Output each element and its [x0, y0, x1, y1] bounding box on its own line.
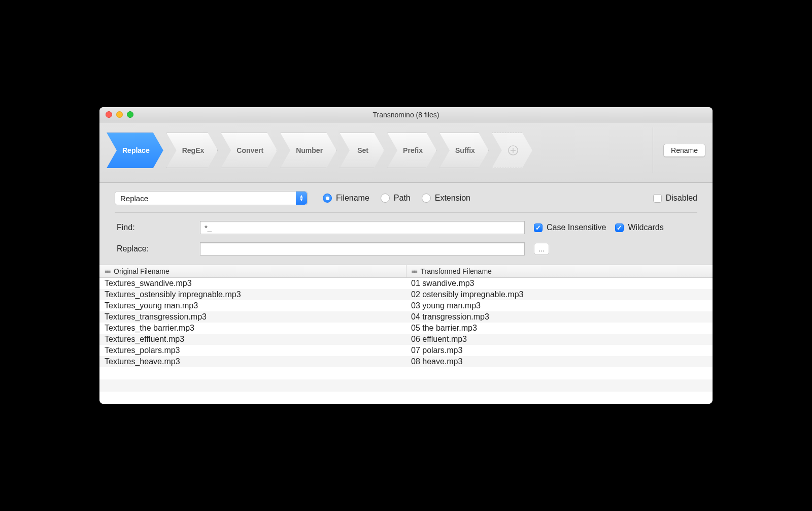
- table-row[interactable]: Textures_heave.mp308 heave.mp3: [99, 356, 713, 367]
- tab-regex[interactable]: RegEx: [166, 133, 218, 168]
- options-panel: Replace ▲▼ Filename Path Extension: [99, 183, 713, 265]
- radio-filename[interactable]: Filename: [323, 194, 369, 203]
- radio-extension[interactable]: Extension: [422, 194, 470, 203]
- cell-transformed: 01 swandive.mp3: [406, 278, 713, 289]
- app-window: Transnomino (8 files) Replace RegEx Conv…: [99, 107, 713, 404]
- tab-suffix[interactable]: Suffix: [439, 133, 489, 168]
- table-row[interactable]: Textures_the barrier.mp305 the barrier.m…: [99, 323, 713, 334]
- radio-dot-icon: [323, 194, 332, 203]
- tab-label: Set: [357, 146, 368, 154]
- checkbox-icon: [615, 223, 624, 232]
- radio-label: Path: [394, 194, 411, 203]
- radio-dot-icon: [422, 194, 431, 203]
- tab-convert[interactable]: Convert: [221, 133, 277, 168]
- cell-transformed: 06 effluent.mp3: [406, 334, 713, 345]
- radio-label: Filename: [336, 194, 369, 203]
- operation-tabs: Replace RegEx Convert Number Set Prefix …: [107, 133, 653, 168]
- plus-icon: [507, 145, 519, 156]
- cell-original: Textures_polars.mp3: [99, 345, 406, 356]
- rename-button[interactable]: Rename: [663, 144, 705, 157]
- titlebar[interactable]: Transnomino (8 files): [99, 107, 713, 122]
- table-header: ≡≡ Original Filename ≡≡ Transformed File…: [99, 265, 713, 278]
- replace-input[interactable]: [200, 242, 525, 256]
- tab-label: Prefix: [403, 146, 423, 154]
- action-select[interactable]: Replace ▲▼: [115, 191, 308, 205]
- action-select-value: Replace: [120, 194, 148, 203]
- tab-prefix[interactable]: Prefix: [387, 133, 436, 168]
- sort-icon: ≡≡: [412, 268, 417, 275]
- wildcards-checkbox[interactable]: Wildcards: [615, 223, 663, 232]
- window-title: Transnomino (8 files): [99, 111, 713, 119]
- toolbar: Replace RegEx Convert Number Set Prefix …: [99, 122, 713, 183]
- table-body: Textures_swandive.mp301 swandive.mp3Text…: [99, 278, 713, 367]
- file-table: ≡≡ Original Filename ≡≡ Transformed File…: [99, 265, 713, 404]
- cell-original: Textures_swandive.mp3: [99, 278, 406, 289]
- column-label: Transformed Filename: [421, 267, 492, 275]
- tab-label: Replace: [122, 146, 150, 154]
- table-body-empty: [99, 367, 713, 404]
- tab-label: Suffix: [455, 146, 475, 154]
- checkbox-label: Disabled: [666, 194, 697, 203]
- find-label: Find:: [115, 223, 191, 232]
- cell-original: Textures_young man.mp3: [99, 300, 406, 311]
- checkbox-label: Wildcards: [628, 223, 663, 232]
- cell-transformed: 03 young man.mp3: [406, 300, 713, 311]
- tab-replace[interactable]: Replace: [107, 133, 163, 168]
- table-row[interactable]: Textures_transgression.mp304 transgressi…: [99, 311, 713, 323]
- disabled-checkbox[interactable]: Disabled: [653, 194, 697, 203]
- column-transformed[interactable]: ≡≡ Transformed Filename: [407, 265, 713, 277]
- radio-label: Extension: [435, 194, 470, 203]
- tab-number[interactable]: Number: [280, 133, 336, 168]
- add-operation-button[interactable]: [492, 133, 532, 168]
- replace-label: Replace:: [115, 244, 191, 253]
- radio-dot-icon: [381, 194, 390, 203]
- column-original[interactable]: ≡≡ Original Filename: [99, 265, 407, 277]
- find-input[interactable]: [200, 221, 525, 234]
- case-insensitive-checkbox[interactable]: Case Insensitive: [534, 223, 606, 232]
- more-button[interactable]: ...: [534, 243, 549, 255]
- checkbox-icon: [534, 223, 543, 232]
- radio-path[interactable]: Path: [381, 194, 411, 203]
- cell-original: Textures_transgression.mp3: [99, 311, 406, 323]
- cell-original: Textures_heave.mp3: [99, 356, 406, 367]
- cell-original: Textures_ostensibly impregnable.mp3: [99, 289, 406, 300]
- cell-transformed: 08 heave.mp3: [406, 356, 713, 367]
- table-row[interactable]: Textures_young man.mp303 young man.mp3: [99, 300, 713, 311]
- cell-transformed: 07 polars.mp3: [406, 345, 713, 356]
- tab-label: Number: [296, 146, 323, 154]
- scope-radio-group: Filename Path Extension: [323, 194, 470, 203]
- tab-set[interactable]: Set: [340, 133, 384, 168]
- cell-original: Textures_the barrier.mp3: [99, 323, 406, 334]
- cell-transformed: 02 ostensibly impregnable.mp3: [406, 289, 713, 300]
- rename-area: Rename: [653, 127, 705, 173]
- table-row[interactable]: Textures_polars.mp307 polars.mp3: [99, 345, 713, 356]
- column-label: Original Filename: [114, 267, 170, 275]
- checkbox-label: Case Insensitive: [547, 223, 606, 232]
- sort-icon: ≡≡: [105, 268, 110, 275]
- cell-original: Textures_effluent.mp3: [99, 334, 406, 345]
- tab-label: RegEx: [182, 146, 205, 154]
- table-row[interactable]: Textures_ostensibly impregnable.mp302 os…: [99, 289, 713, 300]
- cell-transformed: 04 transgression.mp3: [406, 311, 713, 323]
- checkbox-icon: [653, 194, 662, 203]
- tab-label: Convert: [236, 146, 263, 154]
- chevron-up-down-icon: ▲▼: [296, 191, 307, 205]
- table-row[interactable]: Textures_effluent.mp306 effluent.mp3: [99, 334, 713, 345]
- cell-transformed: 05 the barrier.mp3: [406, 323, 713, 334]
- table-row[interactable]: Textures_swandive.mp301 swandive.mp3: [99, 278, 713, 289]
